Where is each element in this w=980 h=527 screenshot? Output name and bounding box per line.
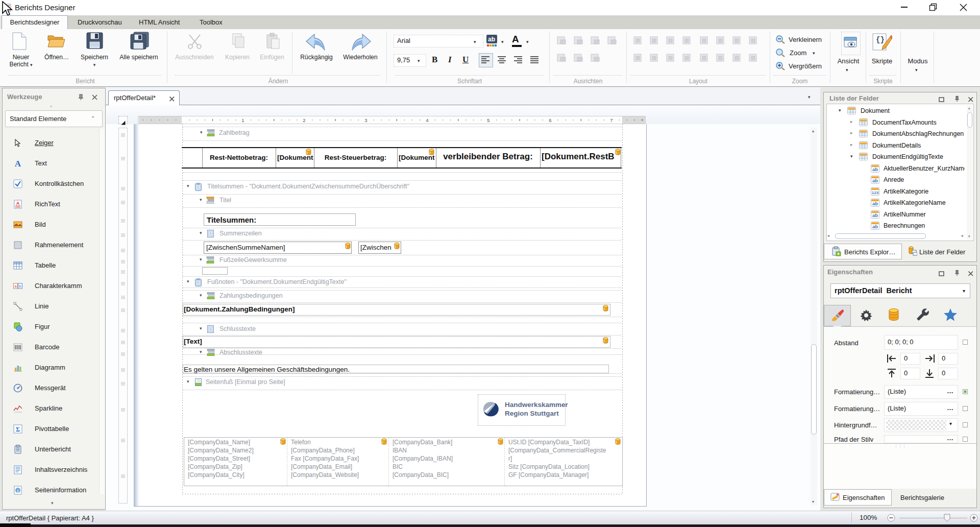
svg-text:Σ: Σ — [16, 425, 20, 433]
svg-text:ab: ab — [872, 178, 878, 183]
svg-text:3: 3 — [364, 117, 367, 123]
svg-text:5: 5 — [487, 117, 489, 123]
svg-text:6: 6 — [549, 117, 551, 123]
svg-text:ab: ab — [872, 201, 878, 206]
svg-text:1: 1 — [241, 117, 244, 123]
svg-text:ab: ab — [872, 166, 878, 172]
svg-text:123: 123 — [872, 190, 879, 195]
svg-text:ab: ab — [872, 224, 878, 229]
svg-text:b: b — [19, 284, 21, 289]
svg-text:4: 4 — [426, 117, 428, 123]
svg-text:A: A — [15, 159, 21, 168]
svg-text:{}: {} — [876, 36, 885, 44]
svg-text:A: A — [16, 201, 20, 206]
svg-text:a: a — [14, 284, 17, 289]
svg-text:2: 2 — [303, 117, 305, 123]
svg-text:ab: ab — [488, 36, 495, 43]
svg-text:7: 7 — [610, 117, 612, 123]
svg-text:ab: ab — [872, 212, 878, 218]
